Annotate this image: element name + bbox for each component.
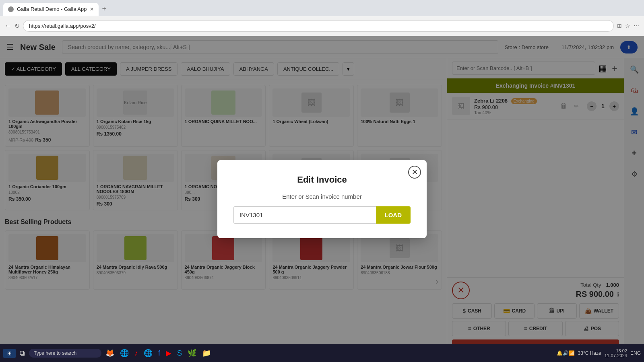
active-tab[interactable]: Galla Retail Demo - Galla App ✕ — [3, 3, 99, 16]
back-btn[interactable]: ← — [5, 22, 11, 29]
browser-actions: ⊞ ☆ ⋯ — [617, 23, 639, 29]
more-icon[interactable]: ⋯ — [634, 23, 639, 29]
modal-overlay: ✕ Edit Invoice Enter or Scan invoice num… — [0, 36, 644, 362]
taskbar-search[interactable]: Type here to search — [29, 349, 101, 358]
extensions-icon[interactable]: ⊞ — [617, 23, 622, 29]
lang-indicator: ENG — [630, 350, 641, 356]
firefox-icon[interactable]: 🦊 — [104, 347, 116, 359]
edge-icon[interactable]: 🌐 — [118, 347, 130, 359]
youtube-icon[interactable]: ▶ — [164, 347, 173, 359]
edit-invoice-modal: ✕ Edit Invoice Enter or Scan invoice num… — [217, 160, 427, 238]
modal-input-row: LOAD — [233, 206, 411, 224]
reload-btn[interactable]: ↻ — [14, 22, 20, 30]
tab-favicon — [8, 6, 14, 12]
chrome-icon[interactable]: 🌐 — [142, 347, 154, 359]
invoice-input[interactable] — [233, 206, 376, 224]
music-icon[interactable]: ♪ — [133, 348, 140, 359]
load-invoice-btn[interactable]: LOAD — [376, 206, 411, 224]
system-tray[interactable]: 🔔🔊📶 — [557, 350, 575, 356]
taskbar-right: 🔔🔊📶 33°C Haze 13:02 11-07-2024 ENG — [557, 348, 641, 358]
new-tab-btn[interactable]: + — [99, 3, 109, 15]
skype-icon[interactable]: S — [175, 348, 184, 359]
app-container: ☰ New Sale Store : Demo store 11/7/2024,… — [0, 36, 644, 362]
tab-close-btn[interactable]: ✕ — [90, 6, 94, 12]
app-icon[interactable]: 🌿 — [186, 347, 198, 359]
taskbar-clock: 13:02 11-07-2024 — [605, 348, 627, 358]
url-text: https://retail.galla.app/posv2/ — [29, 23, 96, 29]
browser-controls: ← ↻ https://retail.galla.app/posv2/ ⊞ ☆ … — [0, 16, 644, 36]
taskbar: ⊞ ⧉ Type here to search 🦊 🌐 ♪ 🌐 f ▶ S 🌿 … — [0, 344, 644, 362]
start-btn[interactable]: ⊞ — [3, 349, 16, 358]
modal-close-btn[interactable]: ✕ — [408, 166, 421, 179]
tab-bar: Galla Retail Demo - Galla App ✕ + — [0, 0, 644, 16]
modal-subtitle: Enter or Scan invoice number — [233, 193, 411, 200]
files-icon[interactable]: 📁 — [200, 347, 213, 359]
browser-chrome: Galla Retail Demo - Galla App ✕ + ← ↻ ht… — [0, 0, 644, 36]
weather-info: 33°C Haze — [578, 350, 601, 356]
star-icon[interactable]: ☆ — [625, 23, 630, 29]
facebook-icon[interactable]: f — [157, 348, 162, 359]
modal-title: Edit Invoice — [233, 175, 411, 185]
task-view-icon[interactable]: ⧉ — [18, 348, 27, 359]
address-bar[interactable]: https://retail.galla.app/posv2/ — [23, 20, 614, 32]
tab-label: Galla Retail Demo - Galla App — [17, 6, 87, 12]
